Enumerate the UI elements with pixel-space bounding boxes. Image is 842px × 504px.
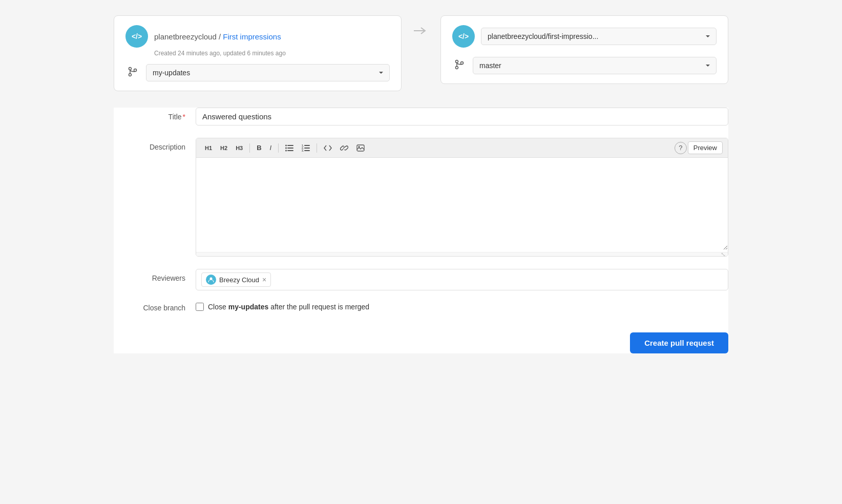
toolbar-h1-button[interactable]: H1 — [201, 143, 216, 153]
reviewer-avatar — [206, 275, 216, 285]
arrow-connector — [402, 15, 440, 36]
toolbar-preview-button[interactable]: Preview — [688, 141, 723, 154]
reviewer-remove-button[interactable]: × — [262, 276, 266, 283]
title-input[interactable] — [196, 108, 728, 125]
left-branch-icon — [125, 66, 140, 80]
description-textarea[interactable] — [196, 158, 728, 250]
svg-point-1 — [129, 73, 132, 76]
reviewer-name: Breezy Cloud — [219, 276, 259, 284]
right-repo-select[interactable]: planetbreezycloud/first-impressio... — [481, 28, 717, 45]
title-control — [196, 108, 728, 125]
right-branch-select[interactable]: master — [473, 57, 717, 74]
svg-point-6 — [456, 66, 458, 69]
svg-rect-20 — [304, 150, 310, 151]
toolbar-help-button[interactable]: ? — [675, 142, 687, 154]
reviewers-field[interactable]: Breezy Cloud × — [196, 269, 728, 290]
description-label: Description — [114, 138, 196, 151]
title-label: Title* — [114, 108, 196, 121]
svg-rect-14 — [287, 150, 293, 151]
right-branch-row: master — [452, 57, 717, 74]
left-branch-select[interactable]: my-updates — [146, 64, 390, 81]
close-branch-content: Close my-updates after the pull request … — [196, 303, 369, 311]
reviewer-tag: Breezy Cloud × — [201, 272, 271, 287]
right-repo-card: </> planetbreezycloud/first-impressio... — [440, 15, 728, 84]
svg-text:3.: 3. — [302, 149, 304, 152]
title-row: Title* — [114, 108, 728, 125]
left-repo-subtitle: Created 24 minutes ago, updated 6 minute… — [154, 50, 390, 57]
submit-row: Create pull request — [114, 332, 728, 353]
resize-icon: ⤡ — [721, 251, 726, 257]
right-repo-header: </> planetbreezycloud/first-impressio... — [452, 25, 717, 48]
editor-wrapper: H1 H2 H3 B I 1.2.3. — [196, 138, 728, 257]
left-branch-row: my-updates — [125, 64, 390, 81]
svg-point-0 — [129, 67, 132, 70]
toolbar-bold-button[interactable]: B — [253, 142, 265, 154]
left-repo-link[interactable]: First impressions — [223, 32, 281, 41]
left-repo-header: </> planetbreezycloud / First impression… — [125, 25, 390, 48]
create-pr-button[interactable]: Create pull request — [630, 332, 728, 353]
toolbar-image-button[interactable] — [353, 142, 368, 154]
svg-point-5 — [456, 60, 458, 62]
title-required: * — [183, 113, 185, 121]
toolbar-divider-3 — [317, 143, 317, 153]
toolbar-h2-button[interactable]: H2 — [217, 143, 231, 153]
left-repo-card: </> planetbreezycloud / First impression… — [114, 15, 402, 91]
left-repo-icon: </> — [125, 25, 148, 48]
toolbar-link-button[interactable] — [336, 142, 352, 154]
svg-line-21 — [343, 146, 345, 149]
reviewers-control: Breezy Cloud × — [196, 269, 728, 290]
svg-rect-10 — [287, 145, 293, 146]
svg-rect-16 — [304, 145, 310, 146]
repo-row: </> planetbreezycloud / First impression… — [114, 15, 728, 91]
close-branch-row: Close branch Close my-updates after the … — [114, 303, 728, 312]
reviewers-label: Reviewers — [114, 269, 196, 282]
svg-point-11 — [285, 147, 287, 149]
close-branch-text: Close my-updates after the pull request … — [208, 303, 369, 311]
left-repo-name: planetbreezycloud / First impressions — [154, 32, 281, 41]
right-repo-icon: </> — [452, 25, 475, 48]
toolbar-h3-button[interactable]: H3 — [232, 143, 246, 153]
editor-toolbar: H1 H2 H3 B I 1.2.3. — [196, 138, 728, 158]
close-branch-checkbox[interactable] — [196, 303, 204, 311]
toolbar-ul-button[interactable] — [282, 142, 297, 154]
reviewers-row: Reviewers Breezy Cloud × — [114, 269, 728, 290]
svg-point-9 — [285, 144, 287, 146]
svg-point-13 — [285, 150, 287, 151]
description-control: H1 H2 H3 B I 1.2.3. — [196, 138, 728, 257]
toolbar-divider-1 — [249, 143, 250, 153]
right-branch-icon — [452, 59, 467, 73]
toolbar-divider-2 — [278, 143, 279, 153]
toolbar-italic-button[interactable]: I — [266, 142, 276, 154]
toolbar-code-button[interactable] — [320, 142, 335, 154]
toolbar-ol-button[interactable]: 1.2.3. — [298, 142, 313, 154]
editor-resize-handle[interactable]: ⤡ — [196, 252, 728, 256]
close-branch-label: Close branch — [114, 303, 196, 312]
form-section: Title* Description H1 H2 H3 B I — [114, 108, 728, 353]
page-container: </> planetbreezycloud / First impression… — [114, 15, 728, 489]
svg-point-2 — [134, 69, 137, 71]
description-row: Description H1 H2 H3 B I — [114, 138, 728, 257]
svg-rect-18 — [304, 148, 310, 149]
svg-rect-12 — [287, 148, 293, 149]
svg-point-7 — [461, 61, 464, 64]
close-branch-name: my-updates — [228, 303, 269, 311]
